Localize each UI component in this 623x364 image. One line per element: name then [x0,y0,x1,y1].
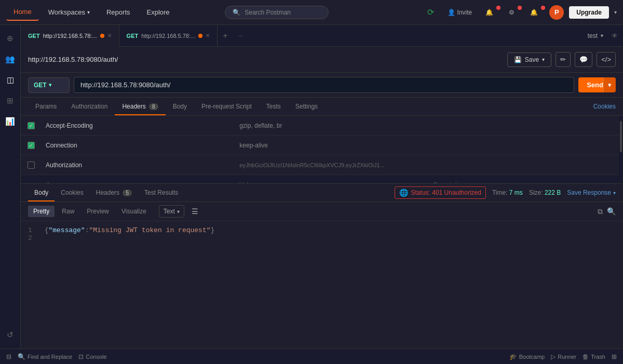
sidebar-history-icon[interactable]: ↺ [2,327,19,343]
search-bar[interactable]: 🔍 Search Postman [225,6,329,19]
edit-icon-button[interactable]: ✏ [556,52,571,67]
tab2-close-icon[interactable]: ✕ [206,33,210,38]
collection-selector[interactable]: test ▾ [584,30,607,42]
row3-value: eyJhbGciOiJIUzI1NiIsInR5cCI6IkpXVCJ9.eyJ… [235,158,429,172]
cookies-link[interactable]: Cookies [593,103,616,110]
save-response-button[interactable]: Save Response ▾ [567,189,616,196]
send-button-group: Send ▾ [578,77,616,92]
filter-icon[interactable]: ☰ [192,207,198,215]
send-dropdown-button[interactable]: ▾ [603,77,616,92]
layout-icon[interactable]: ⊞ [612,353,617,360]
row1-desc [429,122,623,130]
bootcamp-icon: 🎓 [509,353,517,360]
resp-tab-test-results[interactable]: Test Results [138,184,184,201]
row2-checkbox[interactable]: ✓ [21,142,42,149]
search-resp-icon[interactable]: 🔍 [607,207,616,216]
resp-tab-body[interactable]: Body [28,184,55,201]
sidebar-collections-icon[interactable]: ◫ [2,72,19,88]
headers-scrollbar[interactable] [619,116,623,183]
row3-checkbox[interactable] [21,161,42,169]
tab-1[interactable]: GET http://192.168.5.78:... ✕ [21,25,119,47]
row1-key: Accept-Encoding [42,118,235,133]
method-selector[interactable]: GET ▾ [28,77,70,93]
format-pretty[interactable]: Pretty [28,206,55,217]
collection-name: test [588,32,598,39]
tab-tests[interactable]: Tests [259,98,288,115]
code-icon-button[interactable]: </> [597,52,616,67]
sidebar-new-icon[interactable]: ⊕ [2,30,19,47]
bootcamp-button[interactable]: 🎓 Bootcamp [509,353,545,360]
url-actions: 💾 Save ▾ ✏ 💬 </> [507,52,616,67]
resp-headers-badge: 5 [123,190,132,196]
sidebar-environments-icon[interactable]: ⊞ [2,92,19,109]
tab-2[interactable]: GET http://192.168.5.78:... ✕ [119,25,218,47]
nav-home[interactable]: Home [6,4,39,21]
format-preview[interactable]: Preview [82,206,114,217]
tab1-close-icon[interactable]: ✕ [107,33,112,38]
size-display: Size: 222 B [529,189,561,196]
settings-icon[interactable]: ⚙ [505,7,521,18]
bottom-bar: ⊟ 🔍 Find and Replace ⊡ Console 🎓 Bootcam… [0,348,623,364]
sync-icon[interactable]: ⟳ [423,5,438,19]
two-panel-icon[interactable]: ⊟ [6,353,11,360]
tab1-dot [100,34,104,38]
sidebar-people-icon[interactable]: 👥 [2,51,19,68]
row2-check-icon[interactable]: ✓ [28,142,35,149]
content-area: GET http://192.168.5.78:... ✕ GET http:/… [21,25,623,348]
row1-check-icon[interactable]: ✓ [28,122,35,129]
main-layout: ⊕ 👥 ◫ ⊞ 📊 ↺ GET http://192.168.5.78:... … [0,25,623,348]
method-chevron-icon: ▾ [49,82,51,88]
comment-icon-button[interactable]: 💬 [575,52,592,67]
headers-table: ✓ Accept-Encoding gzip, deflate, br ✓ Co… [21,116,623,183]
tab-body[interactable]: Body [166,98,194,115]
resp-tab-headers[interactable]: Headers 5 [90,184,138,201]
tab-right-area: test ▾ 👁 [584,30,623,42]
tab-settings[interactable]: Settings [288,98,325,115]
notifications-icon[interactable]: 🔔 [481,7,499,18]
nav-explore[interactable]: Explore [140,4,177,20]
send-button[interactable]: Send [578,77,603,92]
sidebar: ⊕ 👥 ◫ ⊞ 📊 ↺ [0,25,21,348]
text-format-selector[interactable]: Text ▾ [159,205,184,218]
text-format-chevron-icon: ▾ [177,209,180,214]
invite-button[interactable]: 👤 Invite [443,7,477,18]
upgrade-chevron-icon[interactable]: ▾ [614,9,617,15]
url-input[interactable] [74,77,574,93]
eye-icon[interactable]: 👁 [612,32,618,39]
panel-icon: ⊟ [6,353,11,360]
runner-icon: ▷ [551,353,556,360]
row3-desc [429,161,623,169]
alerts-icon[interactable]: 🔔 [526,7,544,18]
workspaces-chevron-icon: ▾ [87,9,90,15]
tabs-overflow-button[interactable]: ··· [233,32,249,39]
console-button[interactable]: ⊡ Console [78,353,106,360]
headers-badge: 8 [149,103,158,110]
upgrade-button[interactable]: Upgrade [569,6,609,19]
row2-value: keep-alive [235,138,429,153]
format-raw[interactable]: Raw [57,206,79,217]
headers-col-labels: Key Value Description [21,175,623,183]
nav-reports[interactable]: Reports [99,4,138,20]
tab-pre-request[interactable]: Pre-request Script [194,98,259,115]
tab-params[interactable]: Params [28,98,64,115]
tab2-method: GET [127,33,139,39]
runner-button[interactable]: ▷ Runner [551,353,576,360]
avatar[interactable]: P [549,5,564,20]
save-resp-chevron-icon: ▾ [613,190,616,196]
new-tab-button[interactable]: + [218,31,233,41]
nav-workspaces[interactable]: Workspaces ▾ [41,4,97,20]
url-display: http://192.168.5.78:9080/auth/ [28,56,502,63]
trash-button[interactable]: 🗑 Trash [583,353,605,360]
row2-key: Connection [42,138,235,153]
row1-checkbox[interactable]: ✓ [21,122,42,129]
method-label: GET [34,82,47,89]
tab-authorization[interactable]: Authorization [64,98,115,115]
row3-check-icon[interactable] [28,161,35,169]
format-visualize[interactable]: Visualize [116,206,152,217]
copy-icon[interactable]: ⧉ [598,207,603,216]
find-replace-button[interactable]: 🔍 Find and Replace [18,353,72,360]
save-button[interactable]: 💾 Save ▾ [507,52,551,67]
tab-headers[interactable]: Headers 8 [115,98,165,115]
resp-tab-cookies[interactable]: Cookies [55,184,89,201]
sidebar-monitor-icon[interactable]: 📊 [2,113,19,130]
